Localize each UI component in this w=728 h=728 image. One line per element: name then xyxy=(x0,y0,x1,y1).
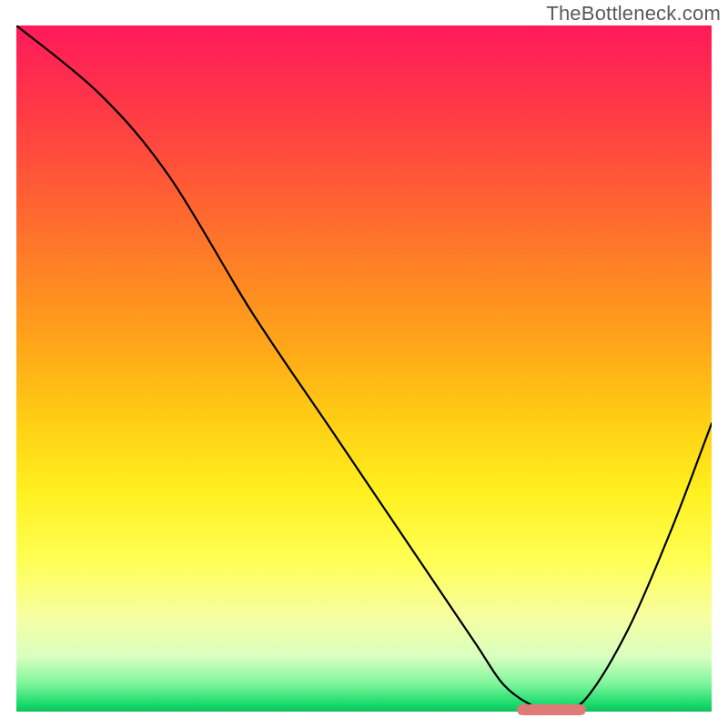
watermark-text: TheBottleneck.com xyxy=(546,2,721,25)
optimal-range-marker xyxy=(517,704,586,715)
chart-stage: TheBottleneck.com xyxy=(0,0,728,728)
bottleneck-curve xyxy=(16,25,712,712)
plot-area xyxy=(16,25,712,712)
